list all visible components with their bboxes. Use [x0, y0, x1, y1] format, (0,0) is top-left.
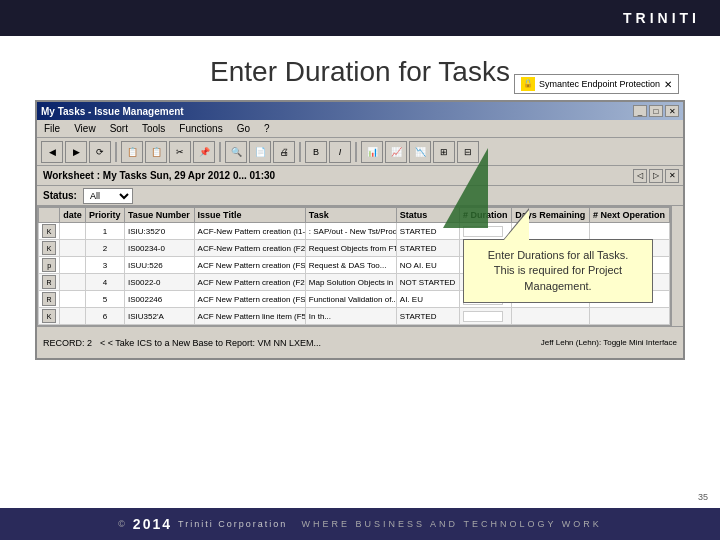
- green-arrow-pointer: [443, 148, 488, 228]
- col-header-task: Task: [305, 208, 396, 223]
- menu-help[interactable]: ?: [261, 123, 273, 134]
- toolbar-btn-15[interactable]: 📉: [409, 141, 431, 163]
- table-row[interactable]: K 1 ISIU:352'0 ACF-New Pattern creation …: [39, 223, 670, 240]
- menu-view[interactable]: View: [71, 123, 99, 134]
- row-issue-title: ACF New Pattern creation (F21-YI1): [194, 274, 305, 291]
- toolbar-btn-9[interactable]: 📄: [249, 141, 271, 163]
- row-action-btn[interactable]: K: [39, 223, 60, 240]
- menu-file[interactable]: File: [41, 123, 63, 134]
- toolbar-btn-4[interactable]: 📋: [121, 141, 143, 163]
- row-task: Functional Validation of...: [305, 291, 396, 308]
- app-title-text: My Tasks - Issue Management: [41, 106, 184, 117]
- ws-btn-close[interactable]: ✕: [665, 169, 679, 183]
- row-issue-title: ACF-New Pattern creation (I1-YI4): [194, 223, 305, 240]
- toolbar-btn-3[interactable]: ⟳: [89, 141, 111, 163]
- maximize-button[interactable]: □: [649, 105, 663, 117]
- row-date: [60, 308, 86, 325]
- footer-tagline: WHERE BUSINESS AND TECHNOLOGY WORK: [302, 519, 602, 529]
- row-priority: 4: [86, 274, 125, 291]
- row-duration[interactable]: [460, 308, 512, 325]
- row-status: STARTED: [396, 308, 459, 325]
- toolbar-btn-12[interactable]: I: [329, 141, 351, 163]
- footer-year: 2014: [133, 516, 172, 532]
- row-next-op: [590, 308, 670, 325]
- row-date: [60, 223, 86, 240]
- bottom-footer: © 2014 Triniti Corporation WHERE BUSINES…: [0, 508, 720, 540]
- minimize-button[interactable]: _: [633, 105, 647, 117]
- row-issue-num: IS00234-0: [124, 240, 194, 257]
- notification-text: Symantec Endpoint Protection: [539, 79, 660, 89]
- toolbar: ◀ ▶ ⟳ 📋 📋 ✂ 📌 🔍 📄 🖨 B I 📊 📈 📉 ⊞ ⊟: [37, 138, 683, 166]
- row-action-btn[interactable]: R: [39, 274, 60, 291]
- notification-close[interactable]: ✕: [664, 79, 672, 90]
- worksheet-title: Worksheet : My Tasks Sun, 29 Apr 2012 0.…: [43, 170, 275, 181]
- toolbar-btn-11[interactable]: B: [305, 141, 327, 163]
- menu-go[interactable]: Go: [234, 123, 253, 134]
- toolbar-btn-8[interactable]: 🔍: [225, 141, 247, 163]
- toolbar-btn-10[interactable]: 🖨: [273, 141, 295, 163]
- menu-tools[interactable]: Tools: [139, 123, 168, 134]
- row-date: [60, 257, 86, 274]
- ws-btn-2[interactable]: ▷: [649, 169, 663, 183]
- row-task: Request & DAS Too...: [305, 257, 396, 274]
- menu-sort[interactable]: Sort: [107, 123, 131, 134]
- status-dropdown[interactable]: All Active Closed: [83, 188, 133, 204]
- toolbar-btn-5[interactable]: 📋: [145, 141, 167, 163]
- row-priority: 6: [86, 308, 125, 325]
- bottom-center-text: < < Take ICS to a New Base to Report: VM…: [100, 338, 321, 348]
- notification-icon: 🔒: [521, 77, 535, 91]
- row-task: : SAP/out - New Tst/Prod: [305, 223, 396, 240]
- toolbar-btn-1[interactable]: ◀: [41, 141, 63, 163]
- row-task: Map Solution Objects in DVS: [305, 274, 396, 291]
- row-date: [60, 291, 86, 308]
- col-header-date: date: [60, 208, 86, 223]
- row-next-op: [590, 223, 670, 240]
- row-priority: 1: [86, 223, 125, 240]
- toolbar-btn-2[interactable]: ▶: [65, 141, 87, 163]
- footer-copyright: ©: [118, 519, 127, 529]
- bottom-status-bar: RECORD: 2 < < Take ICS to a New Base to …: [37, 326, 683, 358]
- table-row[interactable]: K 6 ISIU352'A ACF New Pattern line item …: [39, 308, 670, 325]
- row-issue-num: ISUU:526: [124, 257, 194, 274]
- slide-number: 35: [698, 492, 708, 502]
- row-status: STARTED: [396, 240, 459, 257]
- row-issue-num: IS0022-0: [124, 274, 194, 291]
- titlebar-buttons: _ □ ✕: [633, 105, 679, 117]
- row-issue-title: ACF New Pattern creation (FS1-YI4): [194, 257, 305, 274]
- toolbar-sep-3: [299, 142, 301, 162]
- menu-functions[interactable]: Functions: [176, 123, 225, 134]
- menu-bar: File View Sort Tools Functions Go ?: [37, 120, 683, 138]
- top-bar: TRINITI: [0, 0, 720, 36]
- row-date: [60, 240, 86, 257]
- vertical-scrollbar[interactable]: [671, 206, 683, 326]
- row-action-btn[interactable]: K: [39, 240, 60, 257]
- row-issue-num: ISIU352'A: [124, 308, 194, 325]
- toolbar-btn-13[interactable]: 📊: [361, 141, 383, 163]
- ws-btn-1[interactable]: ◁: [633, 169, 647, 183]
- toolbar-btn-14[interactable]: 📈: [385, 141, 407, 163]
- row-issue-num: ISIU:352'0: [124, 223, 194, 240]
- col-header-issue-title: Issue Title: [194, 208, 305, 223]
- close-button[interactable]: ✕: [665, 105, 679, 117]
- row-task: Request Objects from FTCO: [305, 240, 396, 257]
- row-status: NO AI. EU: [396, 257, 459, 274]
- tooltip-text: Enter Durations for all Tasks. This is r…: [488, 249, 628, 292]
- row-action-btn[interactable]: R: [39, 291, 60, 308]
- row-action-btn[interactable]: K: [39, 308, 60, 325]
- status-label: Status:: [43, 190, 77, 201]
- col-header-next-op: # Next Operation: [590, 208, 670, 223]
- toolbar-btn-7[interactable]: 📌: [193, 141, 215, 163]
- row-status: NOT STARTED: [396, 274, 459, 291]
- app-titlebar: My Tasks - Issue Management _ □ ✕: [37, 102, 683, 120]
- toolbar-sep-4: [355, 142, 357, 162]
- row-status: AI. EU: [396, 291, 459, 308]
- main-content: Enter Duration for Tasks My Tasks - Issu…: [0, 36, 720, 370]
- row-action-btn[interactable]: p: [39, 257, 60, 274]
- row-issue-title: ACF-New Pattern creation (F21-YI4): [194, 240, 305, 257]
- row-priority: 2: [86, 240, 125, 257]
- row-priority: 3: [86, 257, 125, 274]
- bottom-record-text: RECORD: 2: [43, 338, 92, 348]
- row-issue-title: ACF New Pattern line item (F51-V14): [194, 308, 305, 325]
- toolbar-btn-6[interactable]: ✂: [169, 141, 191, 163]
- worksheet-header: Worksheet : My Tasks Sun, 29 Apr 2012 0.…: [37, 166, 683, 186]
